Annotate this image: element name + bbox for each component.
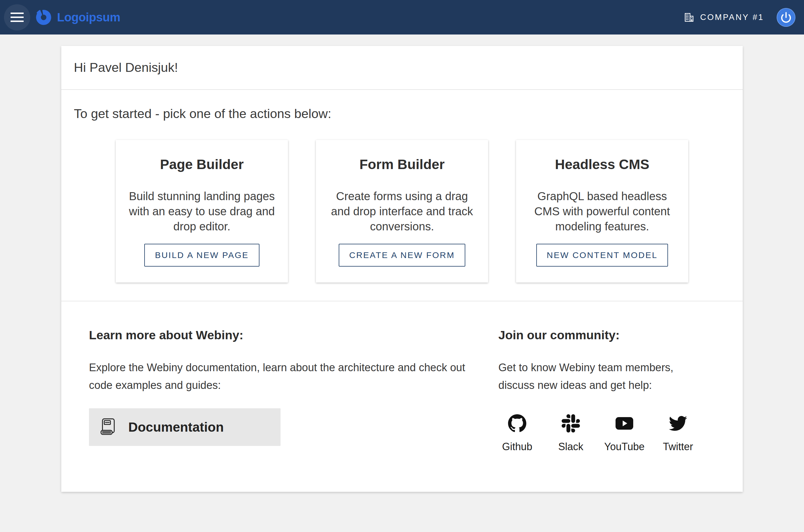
- tenant-label: COMPANY #1: [700, 13, 764, 22]
- action-card-title: Headless CMS: [555, 156, 649, 172]
- learn-more-column: Learn more about Webiny: Explore the Web…: [89, 328, 498, 453]
- logo[interactable]: Logoipsum: [35, 8, 120, 26]
- action-card-description: Create forms using a drag and drop inter…: [327, 189, 477, 234]
- avatar[interactable]: [777, 8, 796, 27]
- community-paragraph: Get to know Webiny team members, discuss…: [498, 359, 704, 394]
- bottom-section: Learn more about Webiny: Explore the Web…: [61, 301, 743, 492]
- action-card-description: Build stunning landing pages with an eas…: [127, 189, 277, 234]
- action-card-headless-cms: Headless CMS GraphQL based headless CMS …: [516, 140, 688, 283]
- documentation-label: Documentation: [128, 419, 224, 435]
- github-label: Github: [502, 441, 532, 453]
- book-icon: [99, 416, 117, 438]
- slack-link[interactable]: Slack: [552, 414, 590, 453]
- twitter-link[interactable]: Twitter: [659, 414, 697, 453]
- top-bar: Logoipsum COMPANY #1: [0, 0, 804, 35]
- logoipsum-logo-icon: [35, 8, 53, 26]
- menu-button[interactable]: [4, 4, 30, 31]
- community-heading: Join our community:: [498, 328, 715, 342]
- github-icon: [508, 414, 526, 433]
- youtube-link[interactable]: YouTube: [606, 414, 643, 453]
- action-card-form-builder: Form Builder Create forms using a drag a…: [316, 140, 488, 283]
- actions-section: To get started - pick one of the actions…: [61, 90, 743, 301]
- intro-text: To get started - pick one of the actions…: [61, 106, 743, 121]
- youtube-label: YouTube: [604, 441, 644, 453]
- learn-more-heading: Learn more about Webiny:: [89, 328, 470, 342]
- logo-text: Logoipsum: [57, 11, 120, 24]
- new-content-model-button[interactable]: NEW CONTENT MODEL: [536, 244, 668, 267]
- action-card-title: Page Builder: [160, 156, 244, 172]
- documentation-link[interactable]: Documentation: [89, 408, 281, 446]
- action-card-page-builder: Page Builder Build stunning landing page…: [116, 140, 288, 283]
- github-link[interactable]: Github: [498, 414, 536, 453]
- power-icon: [780, 12, 792, 23]
- hamburger-icon: [11, 13, 24, 22]
- twitter-icon: [669, 414, 687, 433]
- tenant-selector[interactable]: COMPANY #1: [684, 13, 764, 22]
- twitter-label: Twitter: [663, 441, 693, 453]
- welcome-card: Hi Pavel Denisjuk! To get started - pick…: [61, 46, 743, 492]
- create-new-form-button[interactable]: CREATE A NEW FORM: [339, 244, 465, 267]
- slack-icon: [562, 414, 580, 433]
- app-root: Logoipsum COMPANY #1: [0, 0, 804, 532]
- social-links-row: Github: [498, 414, 715, 453]
- action-card-description: GraphQL based headless CMS with powerful…: [527, 189, 677, 234]
- organization-icon: [684, 13, 694, 22]
- learn-more-paragraph: Explore the Webiny documentation, learn …: [89, 359, 470, 394]
- slack-label: Slack: [558, 441, 583, 453]
- action-cards-row: Page Builder Build stunning landing page…: [61, 140, 743, 283]
- greeting-text: Hi Pavel Denisjuk!: [74, 60, 730, 75]
- youtube-icon: [615, 414, 633, 433]
- action-card-title: Form Builder: [360, 156, 445, 172]
- greeting-section: Hi Pavel Denisjuk!: [61, 46, 743, 89]
- community-column: Join our community: Get to know Webiny t…: [498, 328, 715, 453]
- build-new-page-button[interactable]: BUILD A NEW PAGE: [144, 244, 259, 267]
